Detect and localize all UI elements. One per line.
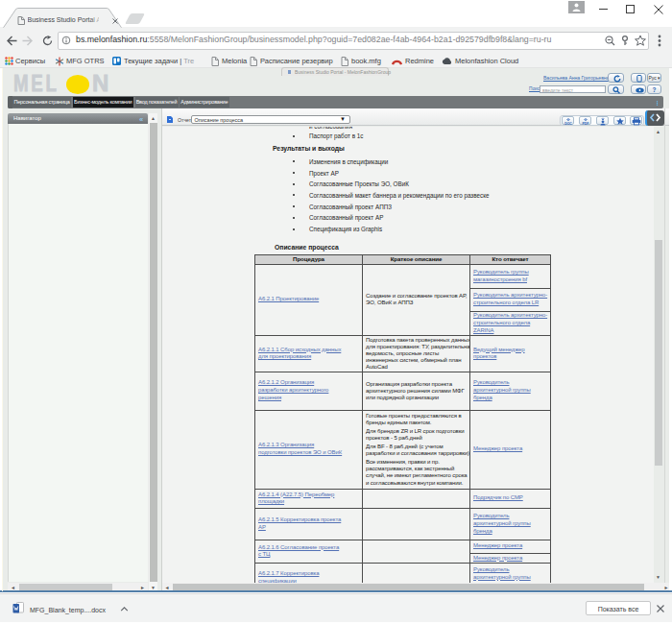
svg-text:PDF: PDF — [583, 122, 589, 126]
svg-text:DOC: DOC — [564, 122, 572, 126]
